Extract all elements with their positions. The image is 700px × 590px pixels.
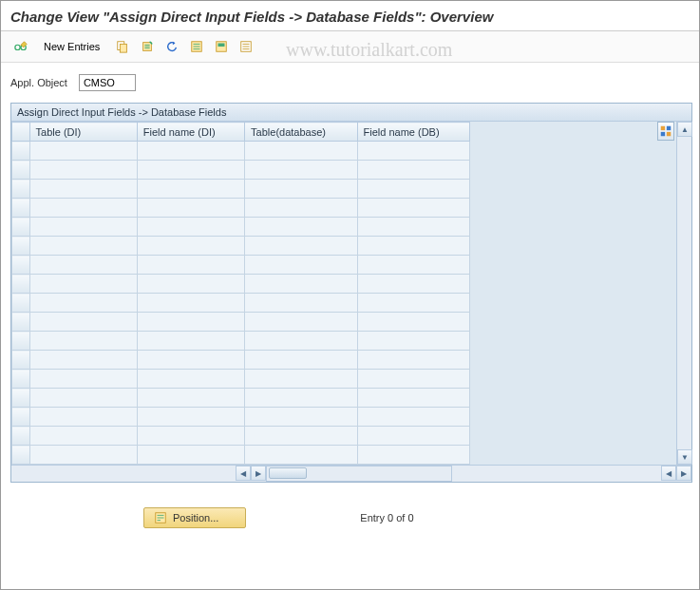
appl-object-input[interactable] [79, 74, 136, 91]
cell[interactable] [245, 351, 357, 370]
select-all-button[interactable] [186, 37, 207, 56]
cell[interactable] [357, 256, 469, 275]
row-selector-header[interactable] [12, 123, 30, 142]
cell[interactable] [29, 370, 137, 389]
cell[interactable] [137, 427, 244, 446]
new-entries-button[interactable]: New Entries [35, 37, 108, 56]
cell[interactable] [137, 351, 244, 370]
cell[interactable] [137, 389, 244, 408]
cell[interactable] [137, 256, 244, 275]
cell[interactable] [29, 256, 137, 275]
col-header-field-db[interactable]: Field name (DB) [357, 123, 469, 142]
cell[interactable] [137, 218, 244, 237]
scroll-up-button[interactable]: ▲ [677, 122, 692, 137]
cell[interactable] [357, 313, 469, 332]
cell[interactable] [29, 275, 137, 294]
cell[interactable] [357, 180, 469, 199]
cell[interactable] [29, 351, 137, 370]
cell[interactable] [29, 313, 137, 332]
undo-button[interactable] [161, 37, 182, 56]
cell[interactable] [357, 294, 469, 313]
deselect-button[interactable] [236, 37, 256, 56]
scroll-down-button[interactable]: ▼ [677, 449, 692, 465]
row-selector[interactable] [12, 370, 30, 389]
cell[interactable] [245, 275, 357, 294]
cell[interactable] [245, 161, 357, 180]
hscroll-track[interactable] [266, 466, 452, 482]
cell[interactable] [245, 427, 357, 446]
cell[interactable] [245, 199, 357, 218]
cell[interactable] [357, 351, 469, 370]
row-selector[interactable] [12, 332, 30, 351]
cell[interactable] [357, 446, 469, 465]
cell[interactable] [137, 370, 244, 389]
row-selector[interactable] [12, 389, 30, 408]
cell[interactable] [137, 408, 244, 427]
col-header-table-di[interactable]: Table (DI) [29, 123, 137, 142]
cell[interactable] [137, 180, 244, 199]
cell[interactable] [137, 237, 244, 256]
cell[interactable] [245, 218, 357, 237]
scroll-right-button[interactable]: ▶ [251, 466, 266, 481]
row-selector[interactable] [12, 142, 30, 161]
cell[interactable] [137, 142, 244, 161]
cell[interactable] [245, 237, 357, 256]
scroll-left-button-2[interactable]: ◀ [661, 466, 676, 481]
cell[interactable] [29, 237, 137, 256]
cell[interactable] [29, 142, 137, 161]
select-block-button[interactable] [211, 37, 232, 56]
delete-button[interactable] [137, 37, 158, 56]
scroll-track[interactable] [677, 137, 691, 449]
cell[interactable] [29, 199, 137, 218]
cell[interactable] [137, 332, 244, 351]
cell[interactable] [29, 218, 137, 237]
cell[interactable] [137, 275, 244, 294]
cell[interactable] [357, 199, 469, 218]
row-selector[interactable] [12, 294, 30, 313]
row-selector[interactable] [12, 180, 30, 199]
cell[interactable] [357, 142, 469, 161]
col-header-table-db[interactable]: Table(database) [245, 123, 357, 142]
row-selector[interactable] [12, 218, 30, 237]
cell[interactable] [245, 142, 357, 161]
cell[interactable] [357, 237, 469, 256]
cell[interactable] [245, 389, 357, 408]
cell[interactable] [245, 332, 357, 351]
row-selector[interactable] [12, 408, 30, 427]
row-selector[interactable] [12, 313, 30, 332]
cell[interactable] [245, 294, 357, 313]
cell[interactable] [245, 408, 357, 427]
row-selector[interactable] [12, 351, 30, 370]
cell[interactable] [137, 294, 244, 313]
row-selector[interactable] [12, 446, 30, 465]
cell[interactable] [29, 180, 137, 199]
row-selector[interactable] [12, 256, 30, 275]
cell[interactable] [137, 161, 244, 180]
cell[interactable] [245, 446, 357, 465]
cell[interactable] [357, 218, 469, 237]
cell[interactable] [245, 256, 357, 275]
cell[interactable] [357, 275, 469, 294]
cell[interactable] [29, 294, 137, 313]
row-selector[interactable] [12, 275, 30, 294]
cell[interactable] [357, 370, 469, 389]
hscroll-thumb[interactable] [269, 467, 307, 479]
cell[interactable] [29, 408, 137, 427]
row-selector[interactable] [12, 427, 30, 446]
row-selector[interactable] [12, 161, 30, 180]
copy-button[interactable] [112, 37, 133, 56]
cell[interactable] [29, 332, 137, 351]
cell[interactable] [357, 427, 469, 446]
display-change-button[interactable] [10, 37, 31, 56]
scroll-left-button[interactable]: ◀ [236, 466, 251, 481]
row-selector[interactable] [12, 199, 30, 218]
position-button[interactable]: Position... [143, 507, 246, 528]
cell[interactable] [29, 446, 137, 465]
col-header-field-di[interactable]: Field name (DI) [137, 123, 244, 142]
scroll-right-button-2[interactable]: ▶ [676, 466, 691, 481]
table-settings-button[interactable] [657, 122, 674, 141]
cell[interactable] [137, 199, 244, 218]
cell[interactable] [29, 427, 137, 446]
row-selector[interactable] [12, 237, 30, 256]
cell[interactable] [137, 313, 244, 332]
